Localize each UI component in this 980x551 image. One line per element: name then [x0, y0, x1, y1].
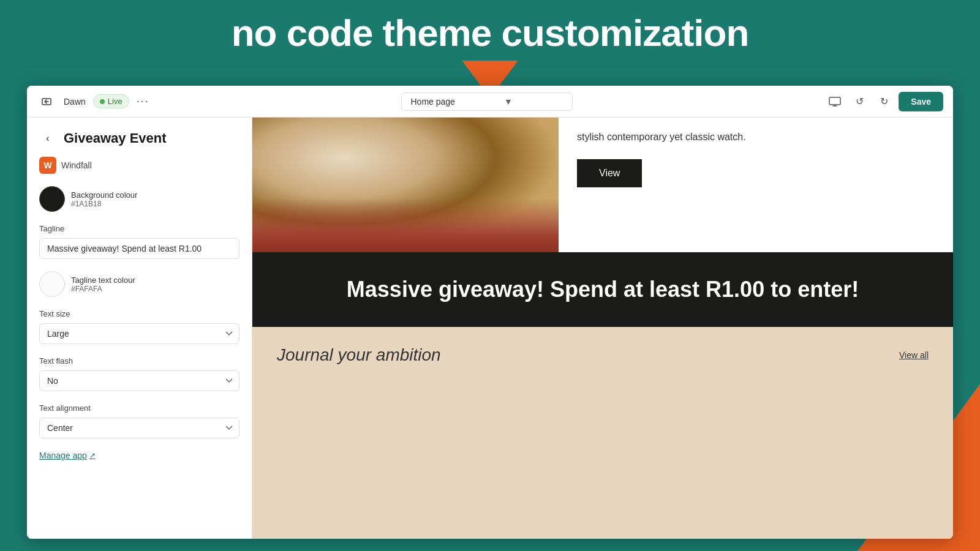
view-all-link[interactable]: View all: [899, 350, 929, 360]
page-selector-value: Home page: [410, 97, 454, 107]
back-arrow-svg: [41, 96, 52, 107]
svg-point-8: [381, 160, 430, 209]
svg-point-5: [363, 139, 448, 231]
sidebar-header: ‹ Giveaway Event: [39, 130, 239, 147]
tagline-colour-swatch[interactable]: [39, 271, 65, 297]
top-banner: no code theme customization: [0, 0, 980, 61]
back-icon[interactable]: [37, 92, 56, 111]
background-colour-label: Background colour: [71, 190, 137, 200]
live-badge: Live: [93, 94, 129, 108]
svg-rect-2: [252, 118, 559, 252]
tagline-colour-label: Tagline text colour: [71, 276, 135, 285]
toolbar-left: Dawn Live ···: [37, 92, 149, 111]
undo-button[interactable]: ↺: [850, 92, 869, 111]
toolbar-center: Home page ▼: [157, 92, 818, 111]
theme-name: Dawn: [64, 97, 86, 107]
product-image: [252, 118, 559, 252]
watch-image-svg: [252, 118, 559, 252]
journal-title: Journal your ambition: [277, 345, 441, 365]
giveaway-banner: Massive giveaway! Spend at least R1.00 t…: [252, 252, 953, 327]
product-image-area: [252, 118, 559, 252]
text-alignment-select[interactable]: Center Left Right: [39, 418, 239, 438]
app-name-label: Windfall: [61, 160, 92, 170]
external-link-icon: ↗: [89, 451, 96, 460]
text-size-field-group: Text size Large Small Medium Extra Large: [39, 309, 239, 344]
app-window: Dawn Live ··· Home page ▼ ↺ ↻ Save: [27, 86, 953, 539]
text-flash-select[interactable]: No Yes: [39, 370, 239, 391]
banner-heading: no code theme customization: [0, 11, 980, 54]
sidebar-back-button[interactable]: ‹: [39, 130, 56, 147]
background-colour-swatch[interactable]: [39, 186, 65, 212]
text-size-select[interactable]: Large Small Medium Extra Large: [39, 323, 239, 344]
tagline-colour-info: Tagline text colour #FAFAFA: [71, 276, 135, 293]
tagline-colour-hex: #FAFAFA: [71, 285, 135, 293]
product-view-button[interactable]: View: [577, 159, 642, 187]
page-selector[interactable]: Home page ▼: [401, 92, 573, 111]
product-section: stylish contemporary yet classic watch. …: [252, 118, 953, 252]
bottom-section: Journal your ambition View all: [252, 327, 953, 383]
text-flash-field-group: Text flash No Yes: [39, 356, 239, 391]
giveaway-text: Massive giveaway! Spend at least R1.00 t…: [347, 277, 859, 302]
toolbar-right: ↺ ↻ Save: [825, 92, 943, 111]
text-alignment-label: Text alignment: [39, 403, 239, 413]
manage-app-link[interactable]: Manage app ↗: [39, 451, 239, 460]
tagline-label: Tagline: [39, 224, 239, 233]
main-content: ‹ Giveaway Event W Windfall Background c…: [27, 118, 953, 539]
svg-rect-15: [393, 141, 418, 159]
desktop-view-icon[interactable]: [825, 92, 845, 111]
tagline-input[interactable]: [39, 238, 239, 259]
live-dot: [100, 99, 105, 104]
svg-point-7: [376, 151, 435, 219]
live-label: Live: [108, 97, 123, 106]
toolbar: Dawn Live ··· Home page ▼ ↺ ↻ Save: [27, 86, 953, 118]
tagline-field-group: Tagline: [39, 224, 239, 259]
app-badge: W Windfall: [39, 157, 239, 174]
tagline-colour-field: Tagline text colour #FAFAFA: [39, 271, 239, 297]
redo-button[interactable]: ↻: [874, 92, 894, 111]
svg-rect-16: [393, 211, 418, 228]
sidebar-title: Giveaway Event: [64, 130, 167, 146]
chevron-down-icon: ▼: [504, 97, 513, 107]
product-info-area: stylish contemporary yet classic watch. …: [559, 118, 953, 252]
text-size-label: Text size: [39, 309, 239, 318]
svg-rect-1: [829, 97, 840, 105]
more-options-button[interactable]: ···: [137, 95, 149, 108]
save-button[interactable]: Save: [899, 92, 943, 111]
svg-rect-17: [277, 222, 534, 246]
text-flash-label: Text flash: [39, 356, 239, 365]
svg-rect-4: [301, 139, 510, 231]
svg-line-14: [405, 185, 419, 190]
svg-rect-3: [289, 130, 522, 240]
background-colour-hex: #1A1B18: [71, 200, 137, 208]
preview-area: stylish contemporary yet classic watch. …: [252, 118, 953, 539]
app-icon: W: [39, 157, 56, 174]
product-description: stylish contemporary yet classic watch.: [577, 130, 935, 144]
svg-point-6: [372, 147, 439, 223]
sidebar: ‹ Giveaway Event W Windfall Background c…: [27, 118, 252, 539]
svg-rect-18: [289, 223, 522, 241]
background-colour-info: Background colour #1A1B18: [71, 190, 137, 208]
manage-app-label: Manage app: [39, 451, 87, 460]
text-alignment-field-group: Text alignment Center Left Right: [39, 403, 239, 438]
background-colour-field: Background colour #1A1B18: [39, 186, 239, 212]
monitor-svg: [829, 97, 841, 107]
